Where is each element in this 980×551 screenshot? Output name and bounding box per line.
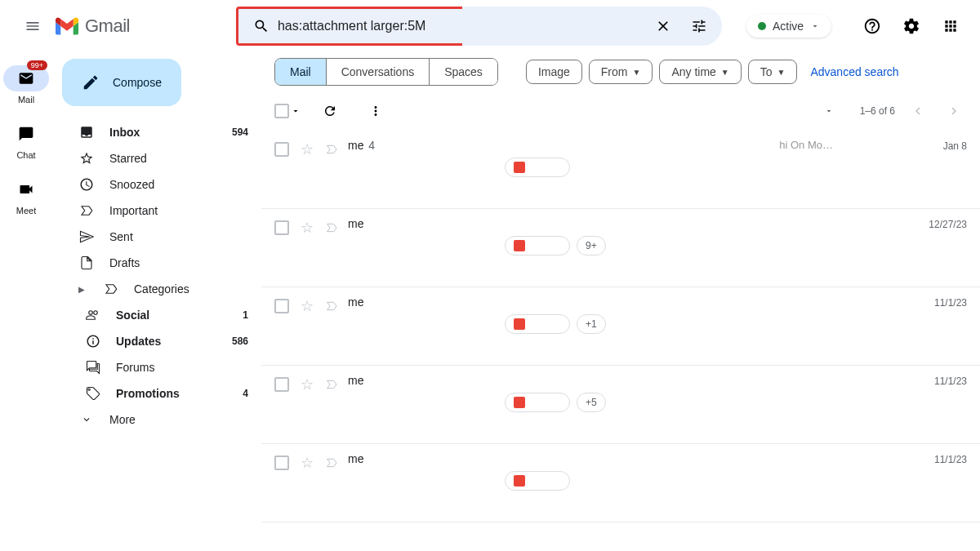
- clear-search-button[interactable]: [647, 10, 679, 42]
- star-button[interactable]: ☆: [301, 219, 314, 237]
- chevron-down-icon: ▼: [777, 68, 786, 77]
- chevron-down-icon[interactable]: [824, 106, 834, 116]
- folder-snoozed[interactable]: Snoozed: [62, 171, 261, 198]
- attachment-chip[interactable]: [505, 393, 570, 412]
- date: 11/1/23: [934, 452, 967, 465]
- more-actions-button[interactable]: [359, 95, 392, 127]
- important-marker[interactable]: [325, 378, 338, 391]
- row-checkbox[interactable]: [274, 220, 289, 235]
- chevron-down-icon: ▼: [721, 68, 729, 77]
- folder-count: 594: [232, 127, 248, 138]
- important-marker[interactable]: [325, 221, 338, 234]
- email-row[interactable]: ☆me 9+12/27/23: [261, 209, 980, 287]
- filter-any-time[interactable]: Any time▼: [659, 60, 741, 84]
- folder-important[interactable]: Important: [62, 198, 261, 224]
- scope-mail[interactable]: Mail: [275, 59, 327, 85]
- search-scope-toolbar: Mail Conversations Spaces Image From▼ An…: [261, 52, 980, 91]
- rail-meet[interactable]: Meet: [3, 176, 49, 216]
- prev-page-button[interactable]: [905, 98, 931, 124]
- main-menu-button[interactable]: [13, 7, 52, 46]
- important-marker[interactable]: [325, 300, 338, 313]
- attachment-chip[interactable]: [505, 314, 570, 334]
- folder-sent[interactable]: Sent: [62, 224, 261, 250]
- logo[interactable]: Gmail: [56, 16, 130, 37]
- folder-label: Snoozed: [109, 178, 154, 191]
- main-area: 99+ Mail Chat Meet Compose Inbox594Starr…: [0, 52, 980, 551]
- rail-chat[interactable]: Chat: [3, 121, 49, 160]
- apps-button[interactable]: [934, 10, 967, 42]
- scope-tabs: Mail Conversations Spaces: [274, 58, 498, 86]
- star-button[interactable]: ☆: [301, 140, 314, 158]
- attachment-more[interactable]: 9+: [577, 236, 606, 256]
- snippet: [505, 139, 933, 177]
- folder-icon: [85, 360, 101, 375]
- filter-to[interactable]: To▼: [748, 60, 798, 84]
- folder-updates[interactable]: Updates586: [62, 328, 261, 354]
- more-vert-icon: [368, 104, 383, 118]
- rail-mail[interactable]: 99+ Mail: [3, 65, 49, 104]
- attachment-chip[interactable]: [505, 158, 570, 177]
- attachment-chip[interactable]: [505, 471, 570, 491]
- folder-label: Social: [116, 309, 149, 322]
- gmail-icon: [56, 17, 78, 35]
- settings-button[interactable]: [895, 10, 928, 42]
- folder-icon: [78, 151, 95, 166]
- folder-icon: [85, 308, 101, 322]
- folder-promotions[interactable]: Promotions4: [62, 380, 261, 407]
- attachment-more[interactable]: +5: [577, 393, 606, 412]
- next-page-button[interactable]: [941, 98, 967, 124]
- folder-icon: [78, 125, 95, 140]
- refresh-button[interactable]: [314, 95, 346, 127]
- status-chip[interactable]: Active: [746, 15, 831, 38]
- email-row[interactable]: ☆me 11/1/23: [261, 444, 980, 522]
- row-checkbox[interactable]: [274, 377, 289, 392]
- important-marker[interactable]: [325, 456, 338, 469]
- folder-label: Important: [109, 204, 158, 217]
- scope-conversations[interactable]: Conversations: [327, 59, 430, 85]
- important-marker[interactable]: [325, 143, 338, 156]
- support-button[interactable]: [856, 10, 889, 42]
- filter-from[interactable]: From▼: [589, 60, 653, 84]
- folder-starred[interactable]: Starred: [62, 145, 261, 171]
- folder-inbox[interactable]: Inbox594: [62, 119, 261, 145]
- star-button[interactable]: ☆: [301, 454, 314, 472]
- folder-icon: [103, 282, 119, 296]
- select-all[interactable]: [274, 104, 301, 118]
- checkbox-icon: [274, 104, 289, 118]
- sender: me 4: [348, 139, 495, 152]
- folder-label: Drafts: [109, 256, 140, 269]
- row-checkbox[interactable]: [274, 142, 289, 157]
- snippet: [505, 452, 924, 491]
- star-button[interactable]: ☆: [301, 375, 314, 393]
- search-options-button[interactable]: [683, 10, 715, 42]
- rail-label: Mail: [18, 95, 34, 104]
- search-input[interactable]: [278, 19, 456, 33]
- search-button[interactable]: [245, 18, 278, 34]
- search-bar-highlighted: [236, 7, 465, 46]
- folder-icon: [78, 256, 95, 270]
- folder-social[interactable]: Social1: [62, 302, 261, 328]
- folder-forums[interactable]: Forums: [62, 354, 261, 380]
- folder-icon: [78, 229, 95, 244]
- filter-image[interactable]: Image: [526, 60, 582, 84]
- status-label: Active: [773, 20, 804, 33]
- sender: me: [348, 452, 495, 465]
- folder-label: Promotions: [116, 387, 180, 400]
- attachment-more[interactable]: +1: [577, 314, 606, 334]
- gear-icon: [902, 17, 920, 35]
- folder-categories[interactable]: ▶Categories: [62, 276, 261, 302]
- email-row[interactable]: ☆me +511/1/23: [261, 366, 980, 444]
- advanced-search-link[interactable]: Advanced search: [810, 65, 898, 78]
- folder-more[interactable]: More: [62, 407, 261, 433]
- scope-spaces[interactable]: Spaces: [430, 59, 497, 85]
- chat-icon: [18, 126, 34, 142]
- star-button[interactable]: ☆: [301, 297, 314, 315]
- row-checkbox[interactable]: [274, 299, 289, 313]
- attachment-chip[interactable]: [505, 236, 570, 256]
- email-row[interactable]: ☆me +111/1/23: [261, 287, 980, 366]
- folder-drafts[interactable]: Drafts: [62, 250, 261, 276]
- compose-button[interactable]: Compose: [62, 59, 181, 106]
- row-checkbox[interactable]: [274, 455, 289, 470]
- product-name: Gmail: [85, 16, 130, 37]
- email-row[interactable]: ☆me 4 hi On Mo…Jan 8: [261, 131, 980, 209]
